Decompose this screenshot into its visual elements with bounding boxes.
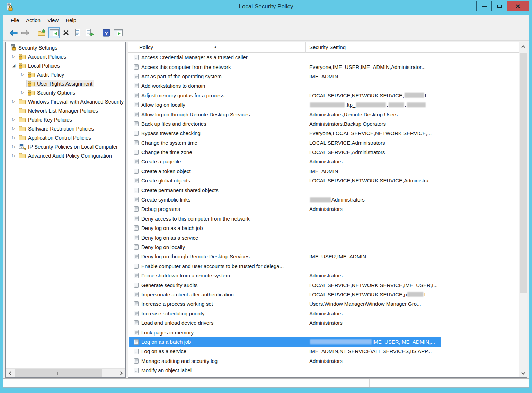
maximize-button[interactable] [491,1,507,11]
tree-item-windows-firewall-with-advanced-security[interactable]: ▷Windows Firewall with Advanced Security [6,97,125,106]
list-row[interactable]: Create global objectsLOCAL SERVICE,NETWO… [128,176,520,185]
tree-item-software-restriction-policies[interactable]: ▷Software Restriction Policies [6,124,125,133]
list-row[interactable]: Deny log on as a service [128,233,520,242]
column-header-security-setting[interactable]: Security Setting [305,42,441,53]
list-row[interactable]: Enable computer and user accounts to be … [128,261,520,271]
menu-file[interactable]: File [7,16,23,24]
tree-expander-icon[interactable]: ▷ [19,90,26,95]
redacted-value [405,93,424,98]
list-row[interactable]: Deny log on locally [128,242,520,252]
list-row[interactable]: Back up files and directoriesAdministrat… [128,119,520,128]
scroll-up-button[interactable] [519,42,527,51]
tree-expander-icon[interactable]: ▷ [10,117,17,122]
list-row[interactable]: Modify an object label [128,366,520,375]
tree-item-security-options[interactable]: ▷Security Options [6,88,125,97]
tree-expander-icon[interactable]: ▷ [10,99,17,104]
tree-item-user-rights-assignment[interactable]: User Rights Assignment [6,79,125,88]
forward-button[interactable] [20,27,31,38]
list-row[interactable]: Generate security auditsLOCAL SERVICE,NE… [128,280,520,289]
list-row[interactable]: Increase a process working setUsers,Wind… [128,299,520,309]
tree-expander-icon[interactable]: ▷ [10,126,17,131]
policy-name: Deny access to this computer from the ne… [141,216,250,222]
menu-help[interactable]: Help [62,16,80,24]
security-setting-value: IME_USER,IME_ADMIN [309,252,366,261]
tree-expander-icon[interactable]: ▷ [10,54,17,59]
tree-horizontal-scrollbar[interactable] [6,368,125,377]
tree-item-public-key-policies[interactable]: ▷Public Key Policies [6,115,125,124]
list-row[interactable]: Force shutdown from a remote systemAdmin… [128,271,520,280]
column-divider[interactable] [441,42,441,53]
delete-button[interactable] [60,27,71,38]
tree-item-ip-security-policies-on-local-computer[interactable]: ▷IP Security Policies on Local Computer [6,142,125,151]
properties-button[interactable] [72,27,83,38]
vertical-scrollbar-thumb[interactable] [520,53,527,293]
up-one-level-button[interactable] [37,27,48,38]
tree-expander-icon[interactable]: ▷ [19,72,26,77]
list-row[interactable]: Lock pages in memory [128,328,520,337]
tree-expander-icon[interactable]: ◢ [10,63,17,68]
tree-item-application-control-policies[interactable]: ▷Application Control Policies [6,133,125,142]
scroll-left-button[interactable] [6,369,15,377]
delete-x-icon [62,29,70,36]
tree-item-account-policies[interactable]: ▷Account Policies [6,52,125,61]
list-row[interactable]: Change the system timeLOCAL SERVICE,Admi… [128,138,520,148]
list-row[interactable]: Debug programsAdministrators [128,204,520,214]
tree-item-label: Windows Firewall with Advanced Security [28,99,124,105]
list-row[interactable]: Create a token objectIME_ADMIN [128,167,520,176]
tree-item-label: Local Policies [28,63,60,69]
list-row[interactable]: Allow log on locally,ftp_,, [128,100,520,109]
list-row[interactable]: Load and unload device driversAdministra… [128,318,520,328]
minimize-button[interactable] [476,1,492,11]
horizontal-scrollbar-thumb[interactable] [15,369,102,377]
tree-item-advanced-audit-policy-configuration[interactable]: ▷Advanced Audit Policy Configuration [6,151,125,160]
tree-item-audit-policy[interactable]: ▷Audit Policy [6,70,125,79]
scroll-right-button[interactable] [116,369,125,377]
list-row[interactable]: Act as part of the operating systemIME_A… [128,72,520,81]
list-row[interactable]: Create symbolic linksAdministrators [128,195,520,204]
redacted-value [356,102,386,107]
list-row[interactable]: Log on as a batch jobIME_USER,IME_ADMIN,… [128,337,520,347]
column-header-policy[interactable]: Policy ▲ [128,42,305,53]
tree-item-content: Security Settings [8,43,59,52]
list-row[interactable]: Adjust memory quotas for a processLOCAL … [128,91,520,100]
tree-item-security-settings[interactable]: Security Settings [6,43,125,52]
list-row[interactable]: Increase scheduling priorityAdministrato… [128,309,520,318]
show-console-tree-button[interactable] [48,27,60,38]
back-button[interactable] [8,27,19,38]
redacted-value [407,102,426,107]
column-divider[interactable] [305,42,306,53]
list-row[interactable]: Allow log on through Remote Desktop Serv… [128,109,520,119]
show-action-pane-button[interactable] [113,27,124,38]
help-icon: ? [103,29,110,37]
list-row[interactable]: Deny access to this computer from the ne… [128,214,520,223]
list-row[interactable] [128,375,520,377]
list-row[interactable]: Change the time zoneLOCAL SERVICE,Admini… [128,148,520,157]
policy-name: Lock pages in memory [141,330,194,336]
scroll-down-button[interactable] [519,368,527,377]
list-row[interactable]: Create permanent shared objects [128,185,520,195]
menu-view[interactable]: View [44,16,62,24]
list-row[interactable]: Log on as a serviceIME_ADMIN,NT SERVICE\… [128,347,520,356]
policy-doc-icon [134,253,139,259]
list-row[interactable]: Add workstations to domain [128,81,520,90]
list-row[interactable]: Access Credential Manager as a trusted c… [128,53,520,62]
list-row[interactable]: Deny log on through Remote Desktop Servi… [128,252,520,261]
help-button[interactable]: ? [101,27,112,38]
list-row[interactable]: Impersonate a client after authenticatio… [128,290,520,299]
list-vertical-scrollbar[interactable] [519,42,527,377]
policy-name: Bypass traverse checking [141,130,201,136]
tree-expander-icon[interactable]: ▷ [10,135,17,140]
tree-item-local-policies[interactable]: ◢Local Policies [6,61,125,70]
menu-action[interactable]: Action [23,16,44,24]
list-row[interactable]: Deny log on as a batch job [128,223,520,233]
policy-name: Access Credential Manager as a trusted c… [141,54,248,60]
list-row[interactable]: Create a pagefileAdministrators [128,157,520,166]
export-list-button[interactable] [84,27,95,38]
list-row[interactable]: Manage auditing and security logAdminist… [128,356,520,366]
tree-expander-icon[interactable]: ▷ [10,153,17,158]
list-row[interactable]: Bypass traverse checkingEveryone,LOCAL S… [128,128,520,138]
tree-expander-icon[interactable]: ▷ [10,144,17,149]
list-row[interactable]: Access this computer from the networkEve… [128,62,520,71]
tree-item-network-list-manager-policies[interactable]: Network List Manager Policies [6,106,125,115]
close-button[interactable]: ✕ [507,1,529,11]
